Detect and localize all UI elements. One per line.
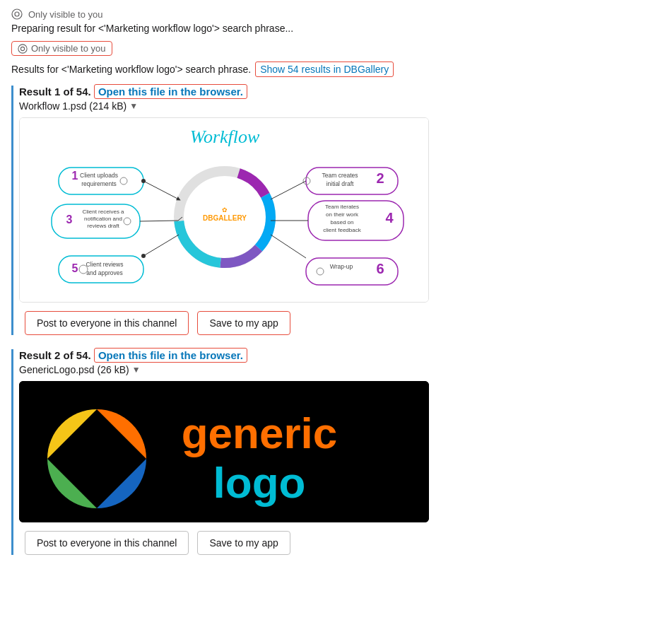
result-2-image-container: generic logo [19, 381, 429, 522]
svg-text:requirements: requirements [81, 180, 117, 187]
result-1-open-link[interactable]: Open this file in the browser. [94, 84, 247, 99]
result-2-filename-text: GenericLogo.psd (26 kB) [19, 364, 129, 375]
svg-point-19 [141, 179, 146, 183]
post-to-channel-button-1[interactable]: Post to everyone in this channel [25, 311, 189, 335]
svg-text:generic: generic [182, 409, 338, 457]
svg-text:notification and: notification and [84, 216, 122, 222]
result-1-number: Result 1 of 54. [19, 86, 91, 98]
svg-text:3: 3 [66, 213, 73, 226]
svg-point-2 [18, 44, 27, 52]
svg-text:initial draft: initial draft [326, 180, 354, 187]
result-1-workflow-image: Workflow ✿ DBGALLERY 1 Client uploads [20, 118, 429, 302]
preparing-text: Preparing result for <'Marketing workflo… [11, 23, 654, 34]
svg-text:DBGALLERY: DBGALLERY [203, 214, 247, 222]
svg-text:6: 6 [376, 261, 384, 276]
results-line: Results for <'Marketing workflow logo'> … [11, 62, 654, 77]
svg-text:Team iterates: Team iterates [325, 204, 359, 210]
result-2-filename: GenericLogo.psd (26 kB) ▼ [19, 364, 654, 375]
result-2-number: Result 2 of 54. [19, 349, 91, 361]
result-2-buttons-row: Post to everyone in this channel Save to… [25, 531, 654, 555]
result-2-dropdown-arrow[interactable]: ▼ [132, 365, 141, 375]
only-visible-badge-text: Only visible to you [31, 43, 106, 54]
svg-text:Client receives a: Client receives a [82, 209, 124, 215]
svg-text:and approves: and approves [86, 269, 123, 276]
svg-point-0 [12, 9, 22, 19]
only-visible-top-row: Only visible to you [11, 8, 654, 20]
svg-text:Client reviews: Client reviews [86, 261, 124, 268]
svg-text:4: 4 [385, 210, 394, 226]
svg-point-55 [72, 434, 122, 484]
save-to-app-button-2[interactable]: Save to my app [197, 531, 290, 555]
result-1-buttons-row: Post to everyone in this channel Save to… [25, 311, 654, 335]
svg-text:reviews draft: reviews draft [87, 223, 119, 229]
svg-point-3 [20, 47, 24, 50]
results-text: Results for <'Marketing workflow logo'> … [11, 64, 251, 75]
svg-text:Workflow: Workflow [190, 127, 260, 147]
svg-text:logo: logo [213, 458, 306, 507]
svg-text:Team creates: Team creates [322, 172, 358, 179]
svg-text:on their work: on their work [326, 211, 359, 218]
result-1-filename: Workflow 1.psd (214 kB) ▼ [19, 100, 654, 112]
result-2-header: Result 2 of 54. Open this file in the br… [19, 349, 654, 361]
post-to-channel-button-2[interactable]: Post to everyone in this channel [25, 531, 189, 555]
svg-text:Wrap-up: Wrap-up [330, 263, 353, 270]
eye-icon-badge [18, 44, 28, 54]
result-1-block: Result 1 of 54. Open this file in the br… [11, 86, 654, 335]
svg-text:Client uploads: Client uploads [80, 172, 118, 179]
save-to-app-button-1[interactable]: Save to my app [197, 311, 290, 335]
svg-point-1 [15, 12, 19, 16]
result-2-open-link[interactable]: Open this file in the browser. [94, 348, 247, 363]
svg-text:client feedback: client feedback [323, 227, 361, 233]
only-visible-text-top: Only visible to you [28, 9, 103, 20]
generic-logo-svg: generic logo [19, 381, 429, 522]
only-visible-badge: Only visible to you [11, 41, 112, 56]
result-1-image-container: Workflow ✿ DBGALLERY 1 Client uploads [19, 117, 429, 303]
svg-text:5: 5 [72, 262, 78, 274]
svg-text:✿: ✿ [222, 206, 228, 213]
result-2-block: Result 2 of 54. Open this file in the br… [11, 349, 654, 555]
result-1-dropdown-arrow[interactable]: ▼ [129, 101, 138, 111]
svg-text:2: 2 [376, 170, 384, 186]
result-1-filename-text: Workflow 1.psd (214 kB) [19, 100, 126, 112]
result-1-header: Result 1 of 54. Open this file in the br… [19, 86, 654, 98]
svg-point-48 [141, 254, 146, 258]
svg-text:1: 1 [72, 170, 78, 182]
eye-icon [11, 8, 23, 20]
show-results-link[interactable]: Show 54 results in DBGallery [255, 62, 394, 77]
workflow-svg: Workflow ✿ DBGALLERY 1 Client uploads [20, 118, 429, 302]
svg-text:based on: based on [331, 219, 354, 226]
